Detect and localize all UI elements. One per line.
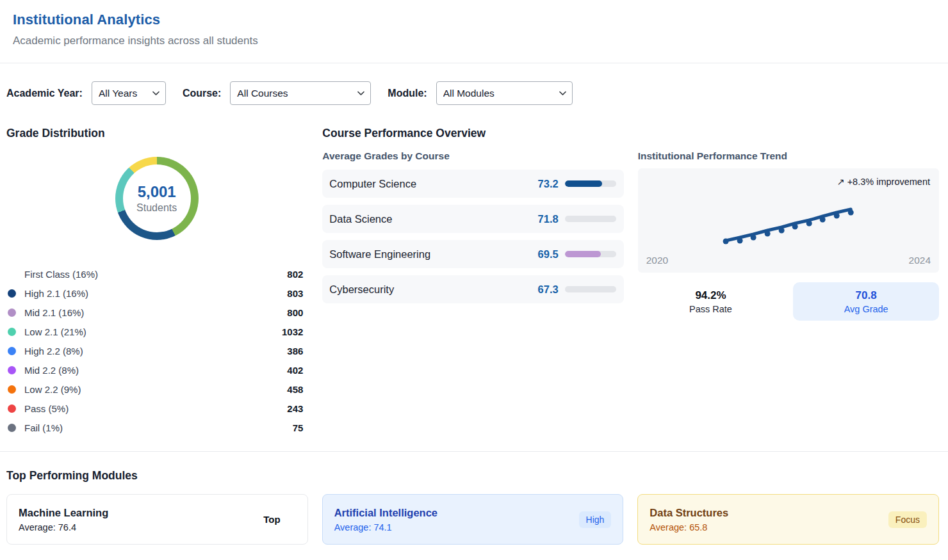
course-avg-grade: 69.5	[538, 248, 559, 260]
section-divider	[0, 451, 948, 452]
academic-year-label: Academic Year:	[6, 88, 83, 99]
course-name: Cybersecurity	[329, 284, 537, 296]
legend-label: High 2.1 (16%)	[24, 288, 287, 299]
page-header: Institutional Analytics Academic perform…	[0, 0, 948, 47]
legend-item: High 2.1 (16%) 803	[6, 284, 303, 303]
trend-up-icon: ↗	[837, 177, 844, 187]
course-name: Computer Science	[329, 178, 537, 190]
course-row: Data Science 71.8	[322, 205, 623, 233]
module-average: Average: 74.1	[334, 522, 579, 532]
legend-count: 1032	[282, 326, 303, 337]
legend-label: Low 2.1 (21%)	[24, 326, 282, 337]
improvement-text: +8.3% improvement	[847, 177, 930, 187]
grade-bar-fill	[565, 180, 602, 187]
filter-module: Module: All Modules	[388, 81, 572, 105]
institutional-analytics-page: Institutional Analytics Academic perform…	[0, 0, 948, 560]
course-performance-section: Course Performance Overview Average Grad…	[322, 127, 939, 437]
legend-count: 802	[287, 269, 303, 280]
legend-color-dot	[8, 424, 16, 432]
trend-year-end: 2024	[909, 255, 931, 266]
legend-item: Fail (1%) 75	[6, 418, 303, 437]
page-subtitle: Academic performance insights across all…	[13, 35, 935, 47]
module-average: Average: 65.8	[650, 522, 888, 532]
course-select-wrap: All Courses	[230, 81, 371, 105]
module-average: Average: 76.4	[19, 522, 256, 532]
module-label: Module:	[388, 88, 427, 99]
donut-center-label: Students	[136, 202, 177, 214]
module-card-info: Data Structures Average: 65.8	[650, 507, 888, 532]
legend-color-dot	[8, 347, 16, 355]
filter-course: Course: All Courses	[183, 81, 371, 105]
legend-count: 386	[287, 346, 303, 356]
course-select[interactable]: All Courses	[230, 81, 371, 105]
legend-item: High 2.2 (8%) 386	[6, 341, 303, 360]
trend-data-point	[723, 239, 728, 244]
filters-bar: Academic Year: All Years Course: All Cou…	[0, 63, 948, 105]
trend-data-point	[833, 213, 839, 219]
legend-color-dot	[8, 366, 16, 374]
module-name: Artificial Intelligence	[334, 507, 579, 519]
trend-data-point	[806, 221, 812, 227]
legend-color-dot	[8, 270, 16, 278]
legend-count: 243	[287, 403, 303, 414]
trend-stats: 94.2% Pass Rate 70.8 Avg Grade	[638, 282, 939, 321]
legend-label: Mid 2.2 (8%)	[24, 365, 287, 376]
avg-grades-panel: Average Grades by Course Computer Scienc…	[322, 140, 623, 321]
trend-data-point	[847, 210, 853, 216]
top-modules-heading: Top Performing Modules	[6, 469, 939, 483]
legend-item: First Class (16%) 802	[6, 264, 303, 284]
stat-label: Avg Grade	[844, 304, 888, 314]
donut-total-students: 5,001	[138, 183, 176, 201]
module-card: Data Structures Average: 65.8 Focus	[637, 494, 939, 545]
grade-legend: First Class (16%) 802 High 2.1 (16%) 803…	[6, 264, 307, 437]
legend-color-dot	[8, 328, 16, 336]
module-card: Artificial Intelligence Average: 74.1 Hi…	[322, 494, 624, 545]
module-name: Data Structures	[650, 507, 888, 519]
module-card-info: Artificial Intelligence Average: 74.1	[334, 507, 579, 532]
donut-center: 5,001 Students	[123, 164, 191, 232]
course-row: Cybersecurity 67.3	[322, 275, 623, 303]
legend-count: 402	[287, 365, 303, 376]
filter-academic-year: Academic Year: All Years	[6, 81, 166, 105]
course-label: Course:	[183, 88, 221, 99]
module-badge: Focus	[888, 511, 927, 528]
module-card: Machine Learning Average: 76.4 Top	[6, 494, 308, 545]
module-select[interactable]: All Modules	[436, 81, 573, 105]
module-badge: Top	[256, 511, 295, 528]
trend-data-point	[737, 238, 742, 244]
stat-value: 94.2%	[695, 289, 726, 302]
legend-color-dot	[8, 404, 16, 413]
legend-item: Low 2.1 (21%) 1032	[6, 322, 303, 341]
grade-bar-track	[565, 216, 616, 222]
course-name: Software Engineering	[329, 248, 537, 260]
legend-label: Pass (5%)	[24, 403, 287, 414]
trend-year-start: 2020	[646, 255, 668, 266]
legend-item: Mid 2.1 (16%) 800	[6, 303, 303, 322]
donut-chart-wrap: 5,001 Students	[6, 157, 307, 240]
course-avg-grade: 67.3	[538, 284, 559, 296]
academic-year-select[interactable]: All Years	[92, 81, 166, 105]
legend-count: 458	[287, 384, 303, 395]
legend-color-dot	[8, 289, 16, 298]
legend-count: 800	[287, 307, 303, 318]
trend-subheading: Institutional Performance Trend	[638, 150, 939, 162]
trend-panel: Institutional Performance Trend ↗ +8.3% …	[638, 140, 939, 321]
trend-data-point	[750, 235, 756, 241]
dashboard-grid: Grade Distribution 5,001 Students First …	[0, 105, 948, 437]
course-name: Data Science	[329, 213, 537, 225]
legend-count: 803	[287, 288, 303, 299]
academic-year-select-wrap: All Years	[92, 81, 166, 105]
legend-label: High 2.2 (8%)	[24, 346, 287, 356]
legend-label: Fail (1%)	[24, 422, 293, 433]
trend-x-axis: 2020 2024	[646, 255, 931, 266]
module-cards: Machine Learning Average: 76.4 Top Artif…	[6, 494, 939, 545]
trend-chart-card: ↗ +8.3% improvement 2020 2024	[638, 168, 939, 273]
course-performance-grid: Average Grades by Course Computer Scienc…	[322, 140, 939, 321]
legend-label: Mid 2.1 (16%)	[24, 307, 287, 318]
module-badge: High	[579, 511, 612, 528]
trend-data-point	[778, 228, 784, 234]
stat-label: Pass Rate	[689, 304, 732, 314]
top-modules-section: Top Performing Modules Machine Learning …	[0, 469, 948, 545]
improvement-indicator: ↗ +8.3% improvement	[837, 177, 930, 187]
legend-item: Low 2.2 (9%) 458	[6, 380, 303, 399]
